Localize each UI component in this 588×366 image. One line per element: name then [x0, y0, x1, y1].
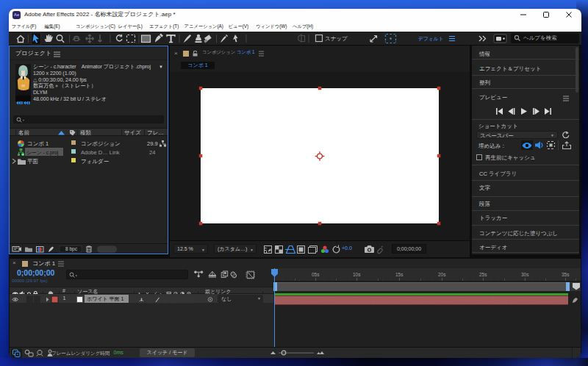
svg-text:10s: 10s [353, 272, 361, 277]
svg-text:05s: 05s [312, 272, 320, 277]
svg-text:30s: 30s [521, 272, 529, 277]
svg-text:20s: 20s [438, 272, 446, 277]
svg-text:25s: 25s [479, 272, 487, 277]
svg-text:35s: 35s [562, 272, 570, 277]
svg-text:15s: 15s [395, 272, 404, 277]
